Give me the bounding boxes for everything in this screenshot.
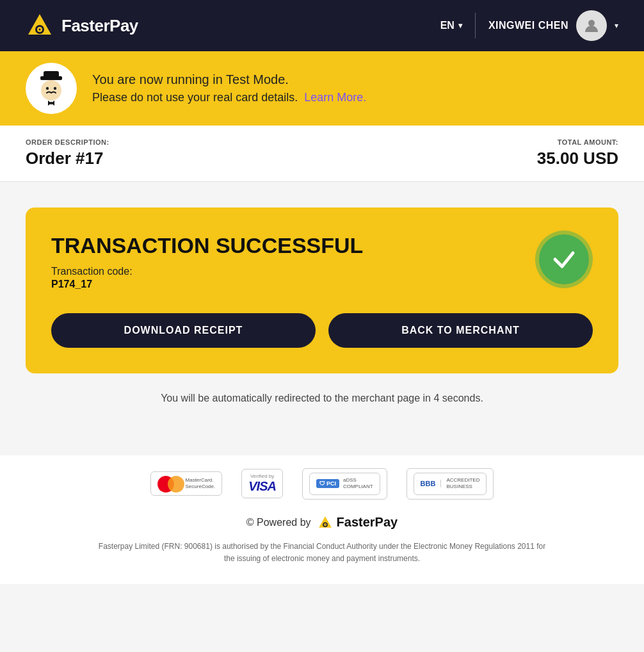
svg-rect-6: [44, 71, 59, 79]
order-amount-section: TOTAL AMOUNT: 35.00 USD: [537, 138, 618, 168]
transaction-title: TRANSACTION SUCCESSFUL: [51, 233, 593, 258]
header: FasterPay EN ▾ XINGWEI CHEN ▾: [0, 0, 644, 51]
transaction-card: TRANSACTION SUCCESSFUL Transaction code:…: [26, 208, 618, 373]
visa-verified-label: Verified by: [250, 473, 274, 479]
test-mode-banner: You are now running in Test Mode. Please…: [0, 51, 644, 126]
transaction-code-value: P174_17: [51, 279, 593, 290]
logo[interactable]: FasterPay: [26, 12, 138, 40]
checkmark-svg: [549, 244, 579, 275]
transaction-code-label: Transaction code:: [51, 266, 593, 277]
download-receipt-button[interactable]: DOWNLOAD RECEIPT: [51, 313, 316, 348]
order-description-section: ORDER DESCRIPTION: Order #17: [26, 138, 109, 168]
visa-badge: Verified by VISA: [241, 469, 283, 498]
header-right: EN ▾ XINGWEI CHEN ▾: [440, 10, 618, 41]
bbb-badge: BBB ACCREDITEDBUSINESS: [407, 468, 494, 500]
svg-point-3: [39, 29, 41, 31]
user-name: XINGWEI CHEN: [488, 20, 568, 31]
redirect-text: You will be automatically redirected to …: [26, 393, 618, 404]
chevron-down-icon: ▾: [458, 21, 462, 30]
fasterpay-footer-icon: [318, 515, 333, 530]
header-divider: [475, 13, 476, 38]
language-selector[interactable]: EN ▾: [440, 20, 462, 31]
fasterpay-logo-icon: [26, 12, 54, 40]
mascot-icon: [30, 67, 72, 110]
order-amount-label: TOTAL AMOUNT:: [537, 138, 618, 146]
learn-more-link[interactable]: Learn More.: [304, 91, 366, 104]
securecode-text: SecureCode.: [186, 484, 216, 490]
svg-point-14: [325, 524, 326, 525]
order-description-label: ORDER DESCRIPTION:: [26, 138, 109, 146]
visa-logo: VISA: [248, 479, 276, 494]
powered-by: © Powered by FasterPay: [26, 515, 618, 530]
language-label: EN: [440, 20, 455, 31]
test-mode-line2: Please do not use your real card details…: [92, 91, 366, 104]
test-mode-line1: You are now running in Test Mode.: [92, 72, 366, 87]
dss-label: aDSSCOMPLIANT: [343, 477, 373, 491]
svg-point-7: [41, 80, 61, 101]
pci-badge: 🛡PCI aDSSCOMPLIANT: [302, 468, 387, 500]
user-section[interactable]: XINGWEI CHEN ▾: [488, 10, 618, 41]
order-info: ORDER DESCRIPTION: Order #17 TOTAL AMOUN…: [0, 126, 644, 182]
powered-by-brand: FasterPay: [318, 515, 398, 530]
legal-text: Fasterpay Limited (FRN: 900681) is autho…: [98, 541, 546, 565]
mastercard-label: MasterCard. SecureCode.: [186, 477, 216, 491]
bbb-accredited-text: ACCREDITEDBUSINESS: [446, 477, 479, 491]
pci-label: 🛡PCI: [316, 479, 339, 488]
back-to-merchant-button[interactable]: BACK TO MERCHANT: [328, 313, 593, 348]
powered-by-brand-name: FasterPay: [337, 515, 398, 530]
logo-text: FasterPay: [61, 16, 138, 36]
success-checkmark-icon: [535, 231, 593, 288]
mastercard-badge: MasterCard. SecureCode.: [150, 471, 223, 496]
powered-by-text: © Powered by: [246, 517, 311, 528]
action-buttons: DOWNLOAD RECEIPT BACK TO MERCHANT: [51, 313, 593, 348]
mascot-avatar: [26, 63, 77, 114]
user-icon: [583, 17, 600, 35]
mc-orange-circle: [168, 476, 184, 493]
order-amount-value: 35.00 USD: [537, 149, 618, 168]
trust-badges: MasterCard. SecureCode. Verified by VISA…: [26, 468, 618, 500]
svg-point-8: [46, 87, 49, 90]
svg-point-9: [54, 87, 56, 90]
mastercard-text: MasterCard.: [186, 477, 216, 484]
bbb-logo: BBB: [421, 480, 442, 487]
main-content: TRANSACTION SUCCESSFUL Transaction code:…: [0, 182, 644, 455]
footer: MasterCard. SecureCode. Verified by VISA…: [0, 455, 644, 584]
avatar: [576, 10, 607, 41]
order-description-value: Order #17: [26, 149, 109, 168]
user-chevron-icon: ▾: [615, 21, 618, 30]
svg-rect-10: [50, 102, 52, 104]
svg-point-4: [588, 20, 595, 26]
test-mode-line2-text: Please do not use your real card details…: [92, 91, 298, 104]
test-banner-content: You are now running in Test Mode. Please…: [92, 72, 366, 104]
